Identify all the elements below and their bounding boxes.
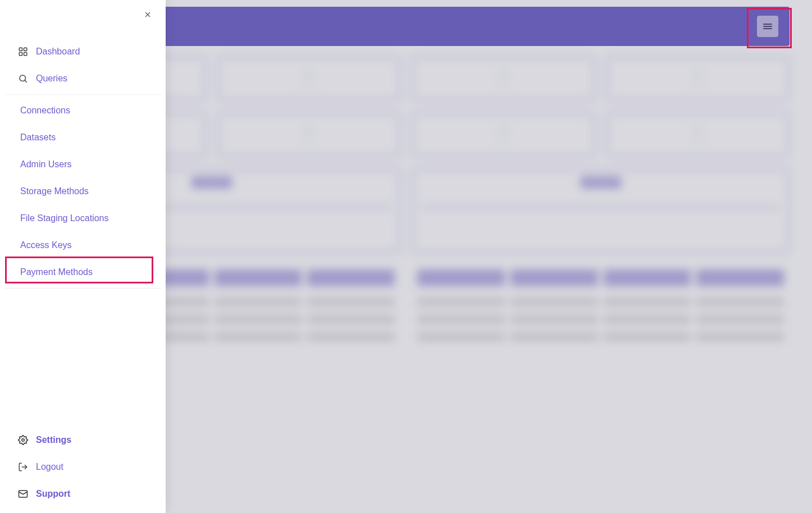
- gear-icon: [18, 435, 28, 445]
- sidebar-item-label: Queries: [36, 74, 67, 84]
- sidebar-item-label: Logout: [36, 462, 63, 472]
- nav-section-middle: Connections Datasets Admin Users Storage…: [0, 97, 166, 286]
- nav-section-bottom: Settings Logout Support: [0, 427, 166, 507]
- sidebar-item-label: Dashboard: [36, 47, 80, 57]
- mail-icon: [18, 489, 28, 499]
- sidebar-item-datasets[interactable]: Datasets: [0, 124, 166, 151]
- sidebar-item-dashboard[interactable]: Dashboard: [0, 38, 166, 65]
- svg-rect-4: [19, 53, 22, 56]
- svg-rect-2: [19, 48, 22, 51]
- sidebar-item-label: Settings: [36, 435, 71, 445]
- svg-line-7: [25, 80, 26, 82]
- sidebar-item-access-keys[interactable]: Access Keys: [0, 232, 166, 259]
- grid-icon: [18, 47, 28, 57]
- close-icon: [143, 10, 152, 19]
- logout-icon: [18, 462, 28, 472]
- sidebar-item-file-staging-locations[interactable]: File Staging Locations: [0, 205, 166, 232]
- sidebar-item-payment-methods[interactable]: Payment Methods: [0, 259, 166, 286]
- sidebar-item-settings[interactable]: Settings: [0, 427, 166, 454]
- sidebar-item-logout[interactable]: Logout: [0, 454, 166, 480]
- nav-section-top: Dashboard Queries: [0, 38, 166, 92]
- sidebar-item-label: Support: [36, 489, 70, 499]
- sidebar-item-admin-users[interactable]: Admin Users: [0, 151, 166, 178]
- sidebar: Dashboard Queries Connections Datasets A…: [0, 0, 166, 513]
- sidebar-item-queries[interactable]: Queries: [0, 65, 166, 92]
- svg-rect-3: [24, 48, 27, 51]
- sidebar-item-storage-methods[interactable]: Storage Methods: [0, 178, 166, 205]
- sidebar-item-support[interactable]: Support: [0, 480, 166, 507]
- nav-divider: [4, 94, 161, 95]
- svg-point-8: [22, 439, 25, 442]
- nav-divider: [4, 288, 161, 288]
- close-sidebar-button[interactable]: [141, 8, 154, 21]
- sidebar-item-connections[interactable]: Connections: [0, 97, 166, 124]
- svg-rect-5: [24, 53, 27, 56]
- search-icon: [18, 74, 28, 84]
- svg-point-6: [20, 75, 26, 81]
